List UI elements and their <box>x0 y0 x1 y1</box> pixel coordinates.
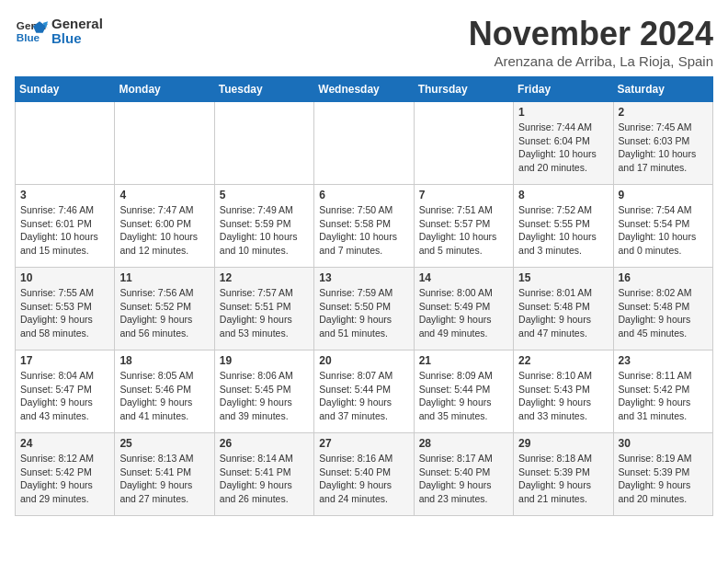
day-info: Sunrise: 8:07 AM Sunset: 5:44 PM Dayligh… <box>319 369 408 423</box>
day-cell <box>414 102 513 185</box>
day-number: 26 <box>220 437 309 450</box>
day-cell: 30Sunrise: 8:19 AM Sunset: 5:39 PM Dayli… <box>613 433 712 516</box>
day-number: 12 <box>220 271 309 284</box>
day-number: 4 <box>119 189 209 201</box>
week-row-3: 10Sunrise: 7:55 AM Sunset: 5:53 PM Dayli… <box>16 268 713 350</box>
day-info: Sunrise: 8:11 AM Sunset: 5:42 PM Dayligh… <box>619 369 708 423</box>
day-cell: 14Sunrise: 8:00 AM Sunset: 5:49 PM Dayli… <box>414 268 513 350</box>
logo: General Blue General Blue <box>15 15 103 48</box>
logo-general: General <box>51 17 103 32</box>
day-info: Sunrise: 8:10 AM Sunset: 5:43 PM Dayligh… <box>518 369 608 423</box>
weekday-header-thursday: Thursday <box>414 77 513 102</box>
day-cell: 19Sunrise: 8:06 AM Sunset: 5:45 PM Dayli… <box>214 350 313 433</box>
day-info: Sunrise: 8:18 AM Sunset: 5:39 PM Dayligh… <box>518 452 608 506</box>
day-cell: 20Sunrise: 8:07 AM Sunset: 5:44 PM Dayli… <box>314 350 414 433</box>
day-info: Sunrise: 8:09 AM Sunset: 5:44 PM Dayligh… <box>419 369 508 423</box>
day-info: Sunrise: 7:54 AM Sunset: 5:54 PM Dayligh… <box>619 203 708 258</box>
day-cell: 17Sunrise: 8:04 AM Sunset: 5:47 PM Dayli… <box>16 350 115 433</box>
day-cell: 11Sunrise: 7:56 AM Sunset: 5:52 PM Dayli… <box>115 268 214 350</box>
day-cell: 7Sunrise: 7:51 AM Sunset: 5:57 PM Daylig… <box>414 185 513 268</box>
day-number: 11 <box>119 271 209 284</box>
day-number: 6 <box>319 189 408 201</box>
day-number: 23 <box>619 354 708 367</box>
day-number: 27 <box>319 437 408 450</box>
day-number: 3 <box>20 189 109 201</box>
day-number: 10 <box>20 271 109 284</box>
day-cell: 9Sunrise: 7:54 AM Sunset: 5:54 PM Daylig… <box>613 185 712 268</box>
day-number: 29 <box>518 437 608 450</box>
day-info: Sunrise: 8:02 AM Sunset: 5:48 PM Dayligh… <box>619 286 708 340</box>
day-cell: 1Sunrise: 7:44 AM Sunset: 6:04 PM Daylig… <box>514 102 613 185</box>
day-cell <box>16 102 115 185</box>
day-number: 17 <box>20 354 109 367</box>
header: General Blue General Blue November 2024 … <box>15 15 713 69</box>
day-number: 5 <box>220 189 309 201</box>
day-number: 28 <box>419 437 508 450</box>
day-cell: 25Sunrise: 8:13 AM Sunset: 5:41 PM Dayli… <box>115 433 214 516</box>
day-info: Sunrise: 8:16 AM Sunset: 5:40 PM Dayligh… <box>319 452 408 506</box>
day-cell: 26Sunrise: 8:14 AM Sunset: 5:41 PM Dayli… <box>214 433 313 516</box>
day-info: Sunrise: 7:59 AM Sunset: 5:50 PM Dayligh… <box>319 286 408 340</box>
day-info: Sunrise: 7:47 AM Sunset: 6:00 PM Dayligh… <box>119 203 209 258</box>
day-number: 20 <box>319 354 408 367</box>
weekday-header-row: SundayMondayTuesdayWednesdayThursdayFrid… <box>16 77 713 102</box>
day-info: Sunrise: 7:55 AM Sunset: 5:53 PM Dayligh… <box>20 286 109 340</box>
day-number: 13 <box>319 271 408 284</box>
title-block: November 2024 Arenzana de Arriba, La Rio… <box>469 15 713 69</box>
day-info: Sunrise: 8:04 AM Sunset: 5:47 PM Dayligh… <box>20 369 109 423</box>
day-cell: 4Sunrise: 7:47 AM Sunset: 6:00 PM Daylig… <box>115 185 214 268</box>
location: Arenzana de Arriba, La Rioja, Spain <box>469 53 713 69</box>
day-number: 9 <box>619 189 708 201</box>
day-info: Sunrise: 8:12 AM Sunset: 5:42 PM Dayligh… <box>20 452 109 506</box>
day-number: 19 <box>220 354 309 367</box>
week-row-2: 3Sunrise: 7:46 AM Sunset: 6:01 PM Daylig… <box>16 185 713 268</box>
day-info: Sunrise: 7:49 AM Sunset: 5:59 PM Dayligh… <box>220 203 309 258</box>
day-number: 25 <box>119 437 209 450</box>
day-cell: 12Sunrise: 7:57 AM Sunset: 5:51 PM Dayli… <box>214 268 313 350</box>
day-number: 2 <box>619 106 708 119</box>
calendar: SundayMondayTuesdayWednesdayThursdayFrid… <box>15 76 713 516</box>
weekday-header-tuesday: Tuesday <box>214 77 313 102</box>
day-cell: 23Sunrise: 8:11 AM Sunset: 5:42 PM Dayli… <box>613 350 712 433</box>
weekday-header-sunday: Sunday <box>16 77 115 102</box>
day-cell: 8Sunrise: 7:52 AM Sunset: 5:55 PM Daylig… <box>514 185 613 268</box>
day-info: Sunrise: 8:06 AM Sunset: 5:45 PM Dayligh… <box>220 369 309 423</box>
day-cell: 5Sunrise: 7:49 AM Sunset: 5:59 PM Daylig… <box>214 185 313 268</box>
day-cell <box>115 102 214 185</box>
weekday-header-wednesday: Wednesday <box>314 77 414 102</box>
day-cell: 2Sunrise: 7:45 AM Sunset: 6:03 PM Daylig… <box>613 102 712 185</box>
logo-blue: Blue <box>51 31 103 47</box>
week-row-4: 17Sunrise: 8:04 AM Sunset: 5:47 PM Dayli… <box>16 350 713 433</box>
day-number: 14 <box>419 271 508 284</box>
day-cell: 10Sunrise: 7:55 AM Sunset: 5:53 PM Dayli… <box>16 268 115 350</box>
day-cell: 21Sunrise: 8:09 AM Sunset: 5:44 PM Dayli… <box>414 350 513 433</box>
day-info: Sunrise: 7:51 AM Sunset: 5:57 PM Dayligh… <box>419 203 508 258</box>
day-number: 30 <box>619 437 708 450</box>
day-cell: 22Sunrise: 8:10 AM Sunset: 5:43 PM Dayli… <box>514 350 613 433</box>
day-cell <box>214 102 313 185</box>
day-number: 21 <box>419 354 508 367</box>
day-cell: 18Sunrise: 8:05 AM Sunset: 5:46 PM Dayli… <box>115 350 214 433</box>
week-row-1: 1Sunrise: 7:44 AM Sunset: 6:04 PM Daylig… <box>16 102 713 185</box>
day-info: Sunrise: 8:13 AM Sunset: 5:41 PM Dayligh… <box>119 452 209 506</box>
day-cell: 6Sunrise: 7:50 AM Sunset: 5:58 PM Daylig… <box>314 185 414 268</box>
day-cell: 28Sunrise: 8:17 AM Sunset: 5:40 PM Dayli… <box>414 433 513 516</box>
day-info: Sunrise: 8:00 AM Sunset: 5:49 PM Dayligh… <box>419 286 508 340</box>
day-number: 24 <box>20 437 109 450</box>
day-cell: 29Sunrise: 8:18 AM Sunset: 5:39 PM Dayli… <box>514 433 613 516</box>
day-number: 1 <box>518 106 608 119</box>
week-row-5: 24Sunrise: 8:12 AM Sunset: 5:42 PM Dayli… <box>16 433 713 516</box>
day-cell: 13Sunrise: 7:59 AM Sunset: 5:50 PM Dayli… <box>314 268 414 350</box>
day-info: Sunrise: 7:46 AM Sunset: 6:01 PM Dayligh… <box>20 203 109 258</box>
day-info: Sunrise: 7:56 AM Sunset: 5:52 PM Dayligh… <box>119 286 209 340</box>
weekday-header-monday: Monday <box>115 77 214 102</box>
logo-icon: General Blue <box>15 15 48 48</box>
day-cell: 24Sunrise: 8:12 AM Sunset: 5:42 PM Dayli… <box>16 433 115 516</box>
weekday-header-saturday: Saturday <box>613 77 712 102</box>
day-info: Sunrise: 7:44 AM Sunset: 6:04 PM Dayligh… <box>518 121 608 175</box>
day-info: Sunrise: 7:57 AM Sunset: 5:51 PM Dayligh… <box>220 286 309 340</box>
month-year: November 2024 <box>469 15 713 53</box>
weekday-header-friday: Friday <box>514 77 613 102</box>
day-info: Sunrise: 7:45 AM Sunset: 6:03 PM Dayligh… <box>619 121 708 175</box>
day-number: 7 <box>419 189 508 201</box>
